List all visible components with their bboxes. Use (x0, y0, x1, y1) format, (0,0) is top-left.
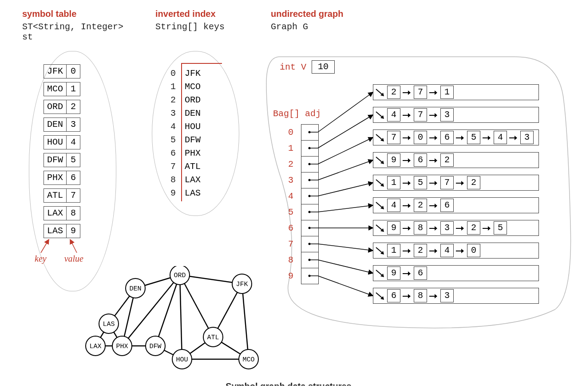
inverted-index-section: inverted index String[] keys (155, 9, 249, 37)
st-key: HOU (44, 135, 66, 149)
adj-node: 2 (440, 153, 454, 167)
adj-index: 7 (288, 239, 293, 249)
st-key: DEN (44, 118, 66, 132)
inverted-index-row: 9LAS (163, 186, 201, 200)
adj-list: 1240 (373, 243, 539, 259)
list-arrow-icon (455, 176, 466, 189)
st-value: 1 (66, 82, 80, 96)
svg-line-47 (155, 275, 180, 346)
adj-list: 706543 (373, 129, 539, 145)
adj-node: 2 (387, 86, 400, 99)
svg-line-5 (376, 157, 382, 162)
adj-list: 98325 (373, 220, 539, 236)
inverted-index-row: 5DFW (163, 133, 201, 146)
list-arrow-icon (402, 290, 412, 302)
st-key: PHX (44, 171, 66, 185)
symbol-table-rows: JFK0MCO1ORD2DEN3HOU4DFW5PHX6ATL7LAX8LAS9 (44, 64, 80, 242)
adj-node: 2 (414, 244, 427, 257)
list-arrow-icon (428, 290, 439, 302)
inverted-index-row: 4HOU (163, 120, 201, 133)
svg-text:DEN: DEN (129, 285, 141, 293)
svg-text:DFW: DFW (149, 343, 161, 350)
adj-index: 0 (288, 127, 293, 137)
adj-list: 473 (373, 107, 539, 123)
adj-index: 9 (288, 271, 293, 281)
adj-slot: 2 (301, 156, 319, 172)
adj-lists: 271473706543962157242698325124096683 (373, 84, 539, 310)
ii-index: 6 (163, 148, 179, 158)
adj-node: 1 (387, 176, 400, 189)
adj-node: 8 (414, 221, 427, 235)
adj-node: 6 (414, 153, 427, 167)
list-arrow-icon (428, 154, 439, 166)
ii-index: 7 (163, 161, 179, 172)
adj-node: 2 (414, 199, 427, 212)
list-arrow-icon (402, 109, 412, 121)
svg-line-1 (70, 239, 77, 253)
adj-node: 1 (387, 244, 400, 257)
list-arrow-icon (428, 131, 439, 144)
st-value: 8 (66, 206, 80, 220)
list-origin-arrow-icon (375, 131, 385, 144)
st-value: 2 (66, 100, 80, 114)
adj-node: 2 (467, 176, 480, 189)
svg-line-10 (376, 270, 382, 275)
list-arrow-icon (428, 86, 439, 98)
adj-node: 7 (440, 176, 454, 189)
symbol-table-title: symbol table (22, 9, 138, 19)
ii-key: ATL (179, 161, 201, 172)
st-key: ORD (44, 100, 66, 114)
adj-node: 6 (414, 267, 427, 280)
adj-slot: 4 (301, 188, 319, 204)
adj-node: 6 (387, 289, 400, 302)
int-v-value: 10 (312, 60, 335, 74)
adj-node: 5 (414, 176, 427, 189)
airport-graph: JFKORDDENLASLAXPHXDFWHOUATLMCO (78, 266, 269, 377)
list-origin-arrow-icon (375, 222, 385, 234)
bag-adj-label: Bag[] adj (273, 109, 321, 119)
adj-list: 683 (373, 288, 539, 304)
list-arrow-icon (482, 222, 492, 234)
svg-text:ORD: ORD (174, 272, 186, 279)
svg-line-44 (242, 284, 249, 359)
list-arrow-icon (455, 244, 466, 257)
list-arrow-icon (455, 222, 466, 234)
list-origin-arrow-icon (375, 176, 385, 189)
adj-node: 5 (467, 131, 480, 144)
svg-text:LAX: LAX (89, 343, 101, 350)
inverted-index-decl: String[] keys (155, 22, 249, 32)
adj-node: 0 (414, 131, 427, 144)
inverted-index-row: 1MCO (163, 80, 201, 93)
list-origin-arrow-icon (375, 244, 385, 257)
symbol-table-row: HOU4 (44, 135, 80, 149)
st-value: 4 (66, 135, 80, 149)
ii-key: DFW (179, 135, 201, 145)
adj-node: 7 (414, 108, 427, 122)
adj-index: 3 (288, 175, 293, 185)
list-arrow-icon (402, 86, 412, 98)
list-arrow-icon (428, 222, 439, 234)
adj-node: 9 (387, 267, 400, 280)
adj-index: 2 (288, 159, 293, 169)
adj-node: 7 (414, 86, 427, 99)
svg-line-4 (376, 134, 382, 140)
ii-index: 2 (163, 95, 179, 105)
figure-caption: Symbol graph data structures (9, 381, 568, 386)
adj-list: 1572 (373, 175, 539, 191)
adj-slot: 9 (301, 268, 319, 284)
list-arrow-icon (402, 176, 412, 189)
adj-node: 5 (494, 221, 507, 235)
inverted-index-row: 6PHX (163, 146, 201, 160)
symbol-graph-diagram: symbol table ST<String, Integer> st JFK0… (9, 9, 569, 377)
inverted-index-row: 7ATL (163, 160, 201, 173)
adj-slot: 8 (301, 252, 319, 268)
list-arrow-icon (402, 267, 412, 279)
ii-key: ORD (179, 95, 201, 105)
st-value: 5 (66, 153, 80, 167)
adj-node: 9 (387, 221, 400, 235)
undirected-graph-title: undirected graph (271, 9, 568, 19)
list-origin-arrow-icon (375, 86, 385, 98)
list-origin-arrow-icon (375, 290, 385, 302)
adj-list: 426 (373, 197, 539, 213)
ii-index: 1 (163, 82, 179, 92)
